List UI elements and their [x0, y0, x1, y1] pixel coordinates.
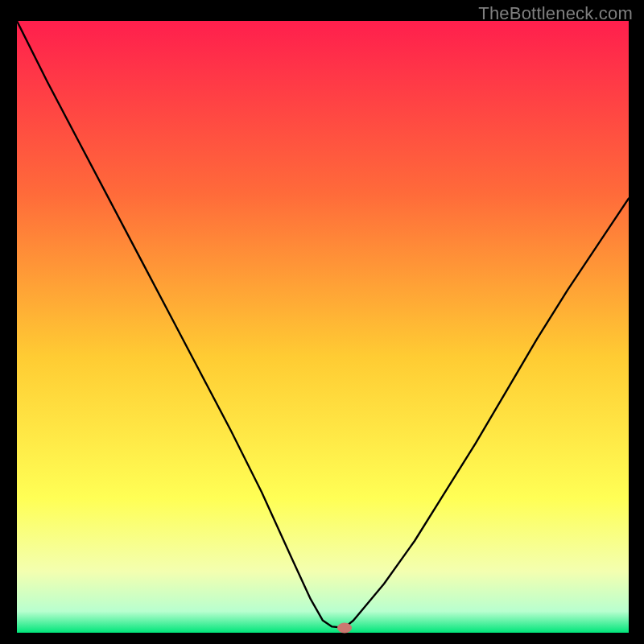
plot-area: [17, 21, 629, 633]
optimum-marker: [337, 622, 352, 633]
curve-layer: [17, 21, 629, 633]
watermark-text: TheBottleneck.com: [478, 3, 633, 24]
chart-frame: TheBottleneck.com: [0, 0, 644, 644]
bottleneck-curve: [17, 21, 629, 628]
